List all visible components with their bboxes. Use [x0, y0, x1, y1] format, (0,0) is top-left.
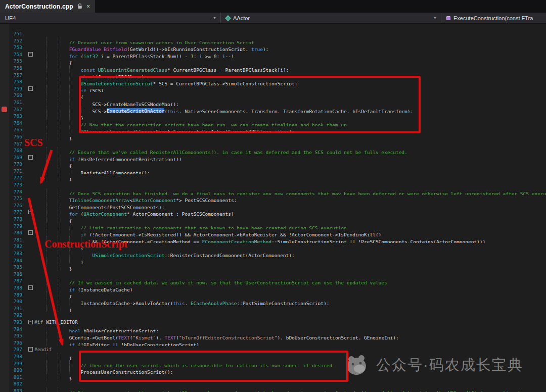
code-text: if (!ActorComponent->IsRegistered() && A…	[34, 229, 546, 236]
fold-margin	[26, 367, 34, 374]
fold-margin: −	[26, 154, 34, 161]
fold-margin	[26, 113, 34, 120]
tab-title: ActorConstruction.cpp	[5, 3, 73, 10]
line-number: 785	[9, 264, 26, 271]
fold-collapse-icon[interactable]: −	[28, 320, 33, 324]
annotation-label-constructionscript: ConstructionScript	[44, 238, 127, 250]
line-margin	[0, 284, 9, 291]
line-number: 787	[9, 277, 26, 284]
fold-collapse-icon[interactable]: −	[28, 210, 33, 214]
fold-margin: −	[26, 319, 34, 326]
code-line: 796if (!GIsEditor || !bDoUserConstructio…	[0, 339, 546, 347]
fold-margin: −	[26, 85, 34, 92]
line-margin	[0, 58, 9, 65]
code-line: 770{	[0, 161, 546, 168]
line-number: 799	[9, 360, 26, 367]
line-margin	[0, 106, 9, 113]
fold-margin	[26, 236, 34, 243]
tab-actorconstruction[interactable]: ActorConstruction.cpp ×	[0, 0, 95, 13]
fold-margin	[26, 58, 34, 65]
line-margin	[0, 188, 9, 195]
code-text: {	[34, 291, 546, 299]
code-line: 786	[0, 271, 546, 278]
tab-close-icon[interactable]: ×	[86, 4, 90, 10]
fold-margin	[26, 37, 34, 44]
code-text: {	[34, 161, 546, 168]
line-number: 757	[9, 72, 26, 79]
code-text: FGuardValue_Bitfield(GetWorld()->bIsRunn…	[34, 44, 546, 51]
fold-collapse-icon[interactable]: −	[28, 86, 33, 91]
code-line: 752// Prevent user from spawning actors …	[0, 37, 546, 44]
line-margin	[0, 99, 9, 106]
line-number: 773	[9, 181, 26, 188]
line-number: 766	[9, 133, 26, 140]
fold-margin: −	[26, 346, 34, 353]
watermark-text: 公众号·码农成长宝典	[376, 355, 523, 375]
code-text: // If we passed in cached data, we apply…	[34, 277, 546, 284]
class-icon	[225, 15, 231, 21]
fold-margin	[26, 339, 34, 347]
code-line: 768// Ensure that we've called RegisterA…	[0, 147, 546, 154]
fold-margin	[26, 106, 34, 113]
line-margin	[0, 291, 9, 299]
fold-margin	[26, 291, 34, 299]
line-number: 767	[9, 140, 26, 148]
fold-collapse-icon[interactable]: −	[28, 230, 33, 235]
code-text: GetComponents(PostSCSComponents);	[34, 202, 546, 209]
line-number: 800	[9, 367, 26, 374]
project-dropdown[interactable]: UE4 ▼	[0, 13, 221, 23]
line-number: 754	[9, 51, 26, 58]
type-dropdown[interactable]: AActor ▼	[221, 13, 441, 23]
line-number: 797	[9, 346, 26, 353]
line-margin	[0, 44, 9, 51]
code-text	[34, 140, 546, 148]
line-number: 788	[9, 284, 26, 291]
line-margin	[0, 174, 9, 181]
line-margin	[0, 243, 9, 250]
fold-collapse-icon[interactable]: −	[28, 52, 33, 57]
line-number: 771	[9, 168, 26, 175]
code-line: 803// Since re-run construction scripts …	[0, 387, 546, 392]
line-margin	[0, 339, 9, 347]
line-number: 768	[9, 147, 26, 154]
line-number: 784	[9, 257, 26, 264]
line-margin	[0, 140, 9, 148]
breakpoint-icon[interactable]	[2, 107, 7, 112]
line-margin	[0, 326, 9, 333]
type-dropdown-label: AActor	[233, 15, 250, 21]
line-number: 778	[9, 216, 26, 223]
line-margin	[0, 181, 9, 188]
line-margin	[0, 78, 9, 85]
fold-margin	[26, 271, 34, 278]
fold-collapse-icon[interactable]: −	[28, 347, 33, 352]
watermark-logo-icon	[345, 354, 369, 376]
line-number: 782	[9, 243, 26, 250]
line-margin	[0, 257, 9, 264]
code-line: 774// Once SCS execution has finished, w…	[0, 188, 546, 195]
line-number: 795	[9, 332, 26, 339]
line-margin	[0, 209, 9, 216]
line-number: 762	[9, 106, 26, 113]
fold-collapse-icon[interactable]: −	[28, 155, 33, 160]
tab-bar: ActorConstruction.cpp ×	[0, 0, 546, 13]
code-text: TInlineComponentArray<UActorComponent*> …	[34, 195, 546, 202]
method-icon	[446, 16, 450, 20]
code-line: 778{	[0, 216, 546, 223]
fold-collapse-icon[interactable]: −	[28, 285, 33, 290]
line-number: 751	[9, 30, 26, 37]
code-text: GConfig->GetBool(TEXT("Kismet"), TEXT("b…	[34, 332, 546, 339]
code-line: 791}	[0, 305, 546, 312]
code-line: 776GetComponents(PostSCSComponents);	[0, 202, 546, 209]
line-margin	[0, 65, 9, 72]
line-margin	[0, 113, 9, 120]
code-line: 753FGuardValue_Bitfield(GetWorld()->bIsR…	[0, 44, 546, 51]
fold-margin	[26, 223, 34, 230]
annotation-box-user-script	[79, 351, 348, 382]
line-number: 775	[9, 195, 26, 202]
line-number: 794	[9, 326, 26, 333]
member-dropdown[interactable]: ExecuteConstruction(const FTra	[441, 13, 546, 23]
code-text: for (UActorComponent* ActorComponent : P…	[34, 209, 546, 216]
line-margin	[0, 374, 9, 381]
line-number: 777	[9, 209, 26, 216]
code-text: if (!GIsEditor || !bDoUserConstructionSc…	[34, 339, 546, 347]
